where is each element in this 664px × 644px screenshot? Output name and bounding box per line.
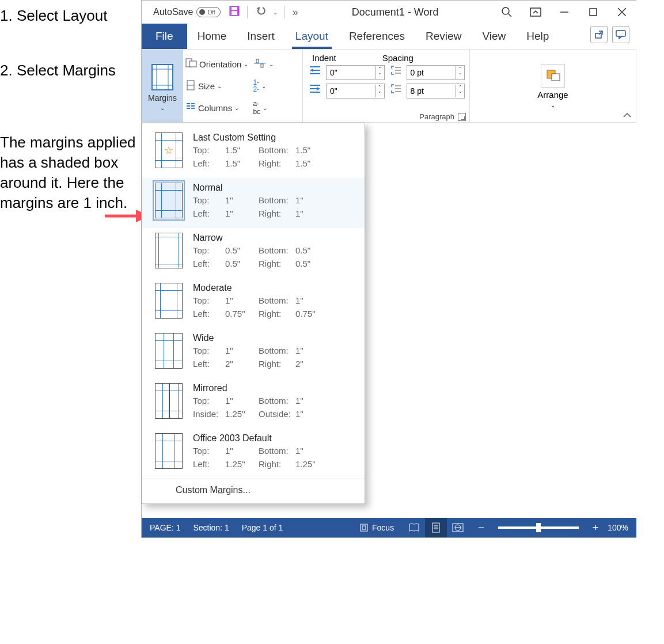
svg-rect-10 bbox=[590, 9, 597, 16]
svg-point-6 bbox=[502, 7, 509, 14]
indent-left-input[interactable]: 0"˄˅ bbox=[326, 65, 385, 80]
tab-file[interactable]: File bbox=[142, 24, 187, 49]
spacing-after-icon bbox=[389, 84, 402, 99]
line-numbers-icon: 1-2- bbox=[253, 79, 259, 93]
margin-preset-name: Office 2003 Default bbox=[193, 433, 356, 444]
spacing-before-input[interactable]: 0 pt˄˅ bbox=[407, 65, 465, 80]
svg-line-7 bbox=[509, 14, 511, 17]
columns-icon bbox=[185, 103, 196, 113]
autosave-label: AutoSave bbox=[153, 7, 193, 17]
autosave-switch[interactable]: Off bbox=[196, 7, 221, 17]
tab-layout[interactable]: Layout bbox=[285, 24, 339, 49]
spacing-before-icon bbox=[389, 65, 402, 80]
svg-rect-3 bbox=[232, 7, 237, 10]
print-layout-icon[interactable] bbox=[425, 518, 447, 537]
zoom-level[interactable]: 100% bbox=[608, 523, 628, 532]
undo-dropdown-icon[interactable]: ⌄ bbox=[273, 9, 278, 16]
spin-down-icon[interactable]: ˅ bbox=[376, 73, 384, 79]
tab-insert[interactable]: Insert bbox=[237, 24, 285, 49]
spin-down-icon[interactable]: ˅ bbox=[456, 91, 464, 97]
undo-icon[interactable] bbox=[255, 5, 267, 19]
spin-up-icon[interactable]: ˄ bbox=[376, 66, 384, 73]
indent-left-icon bbox=[309, 65, 321, 80]
status-pages[interactable]: Page 1 of 1 bbox=[242, 523, 283, 532]
annotation-step1: 1. Select Layout bbox=[0, 6, 136, 26]
status-section[interactable]: Section: 1 bbox=[193, 523, 229, 532]
hyphenation-button[interactable]: a-bc⌄ bbox=[253, 100, 300, 116]
chevron-down-icon: ⌄ bbox=[551, 102, 555, 108]
spin-up-icon[interactable]: ˄ bbox=[456, 66, 464, 73]
svg-rect-4 bbox=[232, 11, 237, 15]
focus-mode[interactable]: Focus bbox=[359, 523, 394, 532]
margin-preset-item[interactable]: Wide Top:1"Bottom:1" Left:2"Right:2" bbox=[142, 328, 365, 378]
collapse-ribbon-icon[interactable] bbox=[623, 110, 631, 120]
tab-review[interactable]: Review bbox=[415, 24, 472, 49]
annotation-panel: 1. Select Layout 2. Select Margins The m… bbox=[0, 0, 141, 538]
breaks-button[interactable]: ⌄ bbox=[253, 56, 300, 72]
svg-rect-13 bbox=[595, 33, 601, 38]
svg-line-14 bbox=[599, 31, 602, 35]
margin-preset-item[interactable]: Office 2003 Default Top:1"Bottom:1" Left… bbox=[142, 429, 365, 479]
search-icon[interactable] bbox=[492, 1, 521, 24]
more-commands-icon[interactable]: » bbox=[292, 6, 298, 18]
ribbon: Margins ⌄ Orientation⌄ Size⌄ Columns⌄ ⌄ … bbox=[142, 49, 636, 123]
margin-preset-name: Normal bbox=[193, 183, 356, 193]
tab-home[interactable]: Home bbox=[187, 24, 237, 49]
web-layout-icon[interactable] bbox=[447, 518, 469, 537]
margin-preset-item[interactable]: Mirrored Top:1"Bottom:1" Inside:1.25"Out… bbox=[142, 378, 365, 429]
share-icon[interactable] bbox=[590, 26, 608, 43]
margin-thumb-icon bbox=[155, 233, 183, 268]
svg-rect-16 bbox=[152, 65, 173, 90]
svg-rect-15 bbox=[616, 31, 625, 36]
margin-preset-name: Moderate bbox=[193, 283, 356, 293]
indent-right-input[interactable]: 0"˄˅ bbox=[326, 84, 385, 99]
margins-button[interactable]: Margins ⌄ bbox=[142, 50, 183, 122]
status-page[interactable]: PAGE: 1 bbox=[150, 523, 180, 532]
zoom-out-icon[interactable]: − bbox=[478, 522, 484, 534]
svg-marker-42 bbox=[317, 87, 320, 90]
paragraph-dialog-launcher[interactable] bbox=[458, 113, 466, 121]
save-icon[interactable] bbox=[229, 5, 240, 19]
tab-help[interactable]: Help bbox=[516, 24, 559, 49]
svg-marker-35 bbox=[310, 69, 313, 72]
svg-rect-32 bbox=[261, 64, 263, 67]
spacing-after-input[interactable]: 8 pt˄˅ bbox=[407, 84, 465, 99]
title-bar: AutoSave Off ⌄ » Document1 - Word bbox=[142, 1, 636, 24]
read-mode-icon[interactable] bbox=[403, 518, 425, 537]
minimize-button[interactable] bbox=[550, 1, 579, 24]
size-button[interactable]: Size⌄ bbox=[185, 78, 248, 94]
margin-preset-name: Narrow bbox=[193, 233, 356, 243]
ribbon-tabs: File Home Insert Layout References Revie… bbox=[142, 24, 636, 49]
margin-preset-item[interactable]: Normal Top:1"Bottom:1" Left:1"Right:1" bbox=[142, 178, 365, 228]
margin-thumb-icon bbox=[155, 333, 183, 369]
indent-right-icon bbox=[309, 84, 321, 99]
ribbon-display-icon[interactable] bbox=[521, 1, 550, 24]
tab-view[interactable]: View bbox=[472, 24, 516, 49]
margin-preset-item[interactable]: Narrow Top:0.5"Bottom:0.5" Left:0.5"Righ… bbox=[142, 228, 365, 278]
maximize-button[interactable] bbox=[579, 1, 608, 24]
autosave-toggle[interactable]: AutoSave Off bbox=[153, 7, 221, 17]
columns-button[interactable]: Columns⌄ bbox=[185, 100, 248, 116]
zoom-slider[interactable] bbox=[498, 526, 579, 529]
orientation-button[interactable]: Orientation⌄ bbox=[185, 56, 248, 72]
margin-preset-item[interactable]: ☆ Last Custom Setting Top:1.5"Bottom:1.5… bbox=[142, 128, 365, 178]
margins-label: Margins bbox=[148, 93, 177, 103]
arrange-icon[interactable] bbox=[541, 64, 565, 88]
tab-references[interactable]: References bbox=[339, 24, 415, 49]
margin-preset-name: Last Custom Setting bbox=[193, 132, 356, 143]
spin-down-icon[interactable]: ˅ bbox=[456, 73, 464, 79]
svg-rect-49 bbox=[552, 74, 560, 81]
chevron-down-icon: ⌄ bbox=[160, 105, 165, 111]
spin-up-icon[interactable]: ˄ bbox=[456, 85, 464, 91]
margin-preset-item[interactable]: Moderate Top:1"Bottom:1" Left:0.75"Right… bbox=[142, 278, 365, 328]
zoom-in-icon[interactable]: + bbox=[593, 522, 599, 534]
line-numbers-button[interactable]: 1-2-⌄ bbox=[253, 78, 300, 94]
custom-margins-item[interactable]: Custom Margins... bbox=[142, 479, 365, 502]
comments-icon[interactable] bbox=[612, 26, 629, 43]
annotation-step2: 2. Select Margins bbox=[0, 60, 136, 81]
spin-up-icon[interactable]: ˄ bbox=[376, 85, 384, 91]
margin-thumb-icon bbox=[155, 183, 183, 218]
spin-down-icon[interactable]: ˅ bbox=[376, 91, 384, 97]
close-button[interactable] bbox=[608, 1, 636, 24]
margin-preset-name: Wide bbox=[193, 333, 356, 343]
